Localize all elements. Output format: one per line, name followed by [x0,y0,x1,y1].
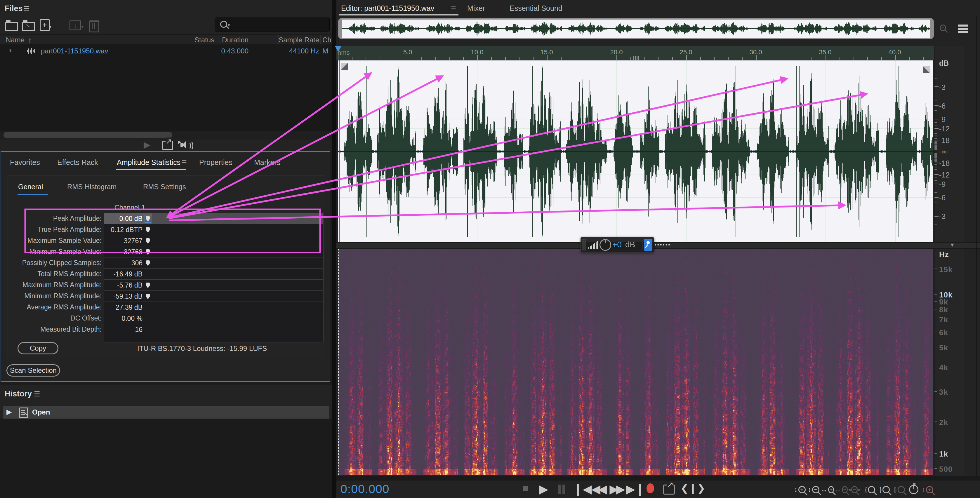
stat-value-cell[interactable]: -32768 [104,246,323,258]
files-hscrollbar-thumb[interactable] [3,132,172,138]
view-divider[interactable]: ▼ [336,242,980,249]
column-sample-rate[interactable]: Sample Rate [272,36,319,44]
fade-out-handle[interactable] [923,66,930,73]
save-file-icon[interactable]: ↓▾ [70,21,81,30]
stat-value-cell[interactable]: -27.39 dB [104,302,323,313]
tab-properties[interactable]: Properties [199,158,232,167]
hud-pin-button[interactable] [644,239,652,251]
waveform-view[interactable] [338,60,933,242]
amplitude-statistics-menu-icon[interactable]: ☰ [181,159,187,166]
stat-value-cell[interactable]: 16 [104,324,323,335]
stat-row[interactable]: Maximum RMS Amplitude:-5.76 dB [0,279,330,290]
file-name[interactable]: part001-1151950.wav [41,47,108,55]
stop-button[interactable]: ■ [519,482,532,495]
stat-value-cell[interactable]: 32767 [104,235,323,247]
column-status[interactable]: Status [175,36,214,44]
files-panel-menu-icon[interactable]: ☰ [23,5,30,13]
subtab-rms-histogram[interactable]: RMS Histogram [67,183,116,191]
stat-row[interactable]: Maximum Sample Value:32767 [0,235,330,246]
stat-row[interactable]: Total RMS Amplitude:-16.49 dB [0,268,330,279]
zoom-out-amplitude-button[interactable]: ↕− [807,482,820,497]
stat-value-cell[interactable]: -16.49 dB [104,268,323,280]
stat-row[interactable]: Possibly Clipped Samples:306 [0,257,330,268]
delete-file-icon[interactable] [89,19,99,32]
pause-button[interactable] [558,485,566,494]
stat-row[interactable]: True Peak Amplitude:0.12 dBTP [0,224,330,235]
open-file-icon[interactable] [5,19,18,31]
volume-knob[interactable] [600,239,611,251]
preview-autoplay-button[interactable]: ↗ [162,141,173,150]
record-button[interactable] [646,484,654,493]
stat-value-cell[interactable]: 306 [104,257,323,269]
files-search-box[interactable]: ▾ [215,18,330,32]
skip-to-end-button[interactable]: ▶❙ [626,482,639,496]
copy-button[interactable]: Copy [18,342,59,354]
stat-marker-icon[interactable] [145,282,151,289]
stat-marker-icon[interactable] [145,226,151,234]
tab-markers[interactable]: Markers [254,158,280,167]
tab-editor[interactable]: Editor: part001-1151950.wav [341,4,434,13]
stat-value-cell[interactable]: -5.76 dB [104,279,323,291]
timer-record-button[interactable] [907,482,920,497]
editor-layout-icon[interactable] [958,24,968,34]
search-input[interactable] [235,19,327,29]
fast-forward-button[interactable]: ▶▶ [608,482,625,496]
spectrogram-view[interactable] [338,249,933,475]
zoom-reset-button[interactable]: ◂−▸ [848,482,861,497]
file-row[interactable]: › part001-1151950.wav 0:43.000 44100 Hz … [0,45,332,58]
zoom-in-amplitude-button[interactable]: ↕+ [793,482,807,497]
subtab-general[interactable]: General [18,183,43,191]
stat-marker-icon[interactable] [145,215,151,223]
zoom-out-time-button[interactable]: ↔− [834,482,848,497]
column-channels[interactable]: Ch [322,36,331,44]
stat-value-cell[interactable]: 0.12 dBTP [104,224,323,235]
hud-drag-handle[interactable] [582,239,586,250]
zoom-to-in-point-button[interactable]: { [863,482,877,497]
stat-row[interactable]: Measured Bit Depth:16 [0,324,330,335]
subtab-rms-settings[interactable]: RMS Settings [143,183,186,191]
preview-play-button[interactable]: ▶ [144,140,150,150]
stat-row[interactable]: Minimum Sample Value:-32768 [0,246,330,257]
stat-marker-icon[interactable] [145,248,151,256]
playhead-marker[interactable] [335,46,341,52]
editor-menu-icon[interactable]: ☰ [451,5,456,12]
time-display[interactable]: 0:00.000 [340,482,390,496]
sort-asc-icon[interactable]: ↑ [28,36,32,44]
loop-playback-button[interactable]: ↗ [663,485,675,495]
stat-row[interactable]: DC Offset:0.00 % [0,313,330,324]
column-name[interactable]: Name [6,36,24,44]
overview-nav-zoom-icon[interactable]: − [940,24,946,31]
rewind-button[interactable]: ◀◀ [589,482,607,496]
new-file-icon[interactable]: +▾ [40,19,49,31]
stat-value-cell[interactable]: -59.13 dB [104,290,323,302]
skip-to-start-button[interactable]: ❙◀ [573,482,586,496]
tab-amplitude-statistics[interactable]: Amplitude Statistics [117,158,180,167]
stat-marker-icon[interactable] [145,259,151,267]
skip-selection-button[interactable]: ❮❙❯ [680,482,698,494]
zoom-to-selection-button[interactable]: {} [892,482,906,497]
stat-value-cell[interactable]: 0.00 % [104,313,323,324]
hud-gain-value[interactable]: +0 [612,240,622,249]
fade-in-handle[interactable] [341,63,348,70]
zoom-in-time-button[interactable]: ↔+ [821,482,834,497]
scan-selection-button[interactable]: Scan Selection [6,364,60,377]
volume-hud[interactable]: +0 dB [581,237,654,253]
column-duration[interactable]: Duration [210,36,248,44]
tab-mixer[interactable]: Mixer [467,4,485,13]
preview-speaker-button[interactable]: ▶ [179,140,196,150]
tab-effects-rack[interactable]: Effects Rack [57,158,98,167]
stat-row[interactable]: Average RMS Amplitude:-27.39 dB [0,302,330,313]
import-file-icon[interactable]: → [22,19,35,31]
history-panel-menu-icon[interactable]: ☰ [34,390,40,398]
tab-favorites[interactable]: Favorites [10,158,40,167]
zoom-to-out-point-button[interactable]: } [878,482,891,497]
ruler-grip-handle[interactable] [633,56,640,60]
overview-range-bar[interactable] [338,18,934,39]
stat-marker-icon[interactable] [145,237,151,245]
play-button[interactable]: ▶ [537,482,550,496]
stat-row[interactable]: Peak Amplitude:0.00 dB [0,213,330,224]
stat-row[interactable]: Minimum RMS Amplitude:-59.13 dB [0,290,330,302]
stat-marker-icon[interactable] [145,293,151,301]
history-item-open[interactable]: ▶ Open [3,406,329,418]
vertical-zoom-button[interactable]: ↕+ [921,482,934,497]
